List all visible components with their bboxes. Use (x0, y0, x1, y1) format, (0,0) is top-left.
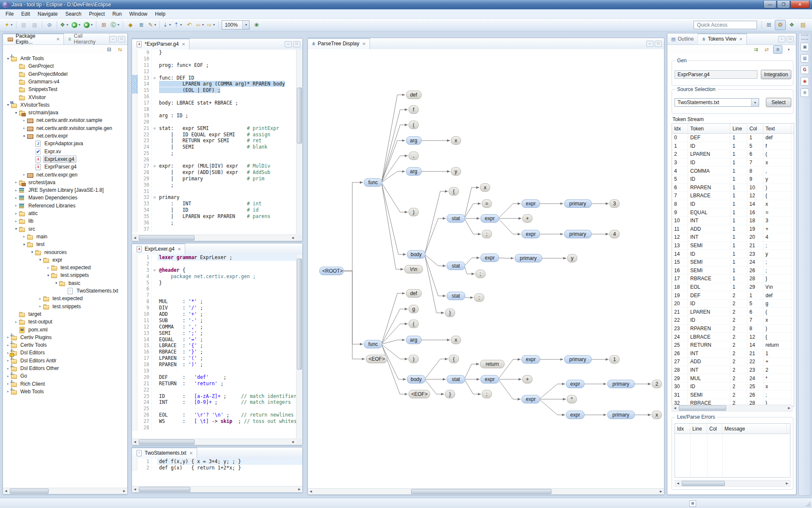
tree-node-arg[interactable]: arg (406, 136, 422, 145)
code-line[interactable]: 24INT : [0-9]+ ; // match integers (132, 399, 296, 406)
menu-file[interactable]: File (2, 10, 17, 18)
code-line[interactable]: 28 | expr (ADD|SUB) expr # AddSub (132, 169, 296, 176)
fastview-tasks-icon[interactable]: ≣ (801, 88, 809, 97)
token-row[interactable]: 21LPAREN26( (672, 308, 794, 316)
parsetree-hscroll[interactable]: ◀ ▶ (308, 488, 664, 494)
tree-item[interactable]: ▸JGo (4, 372, 126, 380)
token-row[interactable]: 13SEMI121; (672, 242, 794, 250)
code-line[interactable]: 20 (132, 119, 296, 125)
code-line[interactable]: 21RETURN : 'return' ; (132, 381, 296, 387)
tree-item[interactable]: ▸test.expected (4, 264, 126, 271)
tree-item[interactable]: AExprLexer.g4 (4, 155, 126, 163)
tree-node-[interactable]: } (445, 309, 455, 317)
tree-node-stat[interactable]: stat (447, 262, 465, 270)
tree-item[interactable]: ▸net.certiv.antlr.xvisitor.sample.gen (4, 124, 126, 132)
tree-node-expr[interactable]: expr (480, 254, 499, 262)
expand-arrow-icon[interactable]: ▾ (30, 250, 35, 254)
error-column-header-message[interactable]: Message (722, 424, 787, 433)
code-line[interactable]: 2 (132, 261, 296, 267)
code-line[interactable]: 32⊖primary (132, 194, 296, 201)
tree-node-[interactable]: + (522, 375, 532, 384)
menu-project[interactable]: Project (85, 10, 108, 18)
tree-item[interactable]: ▸net.certiv.antlr.xvisitor.sample (4, 116, 126, 124)
token-row[interactable]: 24LBRACE212{ (672, 333, 794, 341)
tree-node-primary[interactable]: primary (564, 230, 592, 238)
collapse-all-icon[interactable]: ⊟ (104, 45, 114, 54)
code-line[interactable]: 36 ; (132, 220, 296, 226)
tree-item[interactable]: ▸src/test/java (4, 179, 126, 186)
menu-edit[interactable]: Edit (17, 10, 34, 18)
code-line[interactable]: 5} (132, 280, 296, 286)
token-row[interactable]: 8ID114x (672, 200, 794, 209)
tree-node-arg[interactable]: arg (406, 336, 422, 344)
tree-node-f[interactable]: f (409, 105, 419, 114)
code-line[interactable]: 2def g(x) { return 1+2*x; } (132, 465, 302, 471)
fold-collapse-icon[interactable]: ⊖ (151, 163, 157, 169)
code-line[interactable]: 1def f(x,y) { x = 3+4; y; ; } (132, 458, 302, 465)
expand-arrow-icon[interactable]: ▸ (14, 320, 19, 324)
code-line[interactable]: 14 LPAREN arg (COMMA arg)* RPAREN body (132, 81, 296, 87)
token-row[interactable]: 27ADD222+ (672, 358, 794, 366)
tree-node-[interactable]: } (445, 390, 455, 398)
code-line[interactable]: 13⊖func: DEF ID (132, 75, 296, 81)
token-row[interactable]: 1ID15f (672, 142, 794, 151)
integration-button[interactable]: Integration (761, 70, 791, 79)
minimize-button[interactable]: — (763, 1, 776, 8)
tree-item[interactable]: ▸JRich Client (4, 380, 126, 388)
tree-node-body[interactable]: body (407, 250, 425, 259)
tree-item[interactable]: ▾test.snippets (4, 271, 126, 279)
tree-node-expr[interactable]: expr (521, 199, 540, 208)
token-row[interactable]: 3ID17x (672, 159, 794, 167)
expand-arrow-icon[interactable]: ▸ (14, 188, 19, 192)
tree-item[interactable]: ▸JCertiv Plugins (4, 334, 126, 341)
new-java-package-button[interactable]: ⊞ (98, 20, 109, 30)
column-header-col[interactable]: Col (747, 124, 763, 133)
column-header-token[interactable]: Token (688, 124, 730, 133)
close-tab-icon[interactable]: ✕ (739, 37, 743, 41)
column-header-idx[interactable]: Idx (672, 124, 688, 133)
code-line[interactable]: 18RPAREN : ')' ; (132, 362, 296, 368)
package-explorer-hscroll[interactable]: ◀ ▶ (3, 488, 127, 494)
coverage-button[interactable]: ❀ (251, 20, 262, 30)
status-grid-icon[interactable]: ▦ (689, 500, 696, 507)
java-perspective-button[interactable]: ❂ (775, 20, 786, 30)
annotate-button[interactable]: ✎▼ (147, 20, 158, 30)
code-line[interactable]: 37 (132, 226, 296, 232)
tree-node-primary[interactable]: primary (564, 199, 592, 208)
code-line[interactable]: 17LPAREN : '(' ; (132, 355, 296, 362)
tree-node-def[interactable]: def (406, 289, 422, 298)
token-row[interactable]: 7LBRACE112{ (672, 192, 794, 200)
tab-exprparser[interactable]: A *ExprParser.g4 ✕ (132, 39, 189, 50)
tree-node-primary[interactable]: primary (607, 411, 635, 419)
prev-annotation-button[interactable]: ⇡▼ (173, 20, 184, 30)
expand-arrow-icon[interactable]: ▾ (22, 134, 27, 138)
code-line[interactable]: 18 (132, 106, 296, 113)
tab-twostatements[interactable]: ≡ TwoStatements.txt ✕ (132, 447, 197, 458)
errors-table-hscroll[interactable]: ◀ ▶ (675, 480, 790, 487)
select-button[interactable]: Select (766, 98, 791, 107)
tree-item[interactable]: ▾JAntlr Tools (4, 55, 126, 62)
tree-node-3[interactable]: 3 (609, 199, 620, 208)
tree-node-expr[interactable]: expr (480, 375, 499, 384)
tree-item[interactable]: ▸JDsl Editors Other (4, 364, 126, 372)
parsetree-canvas[interactable]: <ROOT>funcfunc<EOF>deff(arg,arg)body\r\n… (308, 49, 664, 489)
code-line[interactable]: 10ADD : '+' ; (132, 311, 296, 318)
tree-item[interactable]: ▾MXVisitorTests (4, 101, 126, 109)
run-config-button[interactable]: ▶▼ (82, 20, 95, 30)
tree-node-[interactable]: ( (409, 121, 419, 129)
tree-item[interactable]: Grammars-v4 (4, 78, 126, 86)
token-row[interactable]: 2LPAREN16( (672, 150, 794, 159)
tree-node-expr[interactable]: expr (566, 411, 584, 419)
tree-node-rn[interactable]: \r\n (404, 265, 423, 273)
code-line[interactable]: 6 (132, 286, 296, 292)
tree-item[interactable]: ▸test.expected (4, 295, 126, 302)
fastview-properties-icon[interactable]: ▣ (801, 43, 809, 51)
tree-node-stat[interactable]: stat (447, 214, 465, 223)
tree-item[interactable]: GenProject (4, 62, 126, 70)
code-line[interactable]: 22 | ID EQUAL expr SEMI # assign (132, 132, 296, 138)
close-button[interactable]: ✕ (790, 1, 809, 8)
dropdown-arrow-icon[interactable]: ▼ (242, 21, 249, 29)
fold-collapse-icon[interactable]: ⊖ (151, 125, 157, 132)
token-row[interactable]: 28INT2232 (672, 366, 794, 375)
tree-node-y[interactable]: y (567, 254, 577, 262)
